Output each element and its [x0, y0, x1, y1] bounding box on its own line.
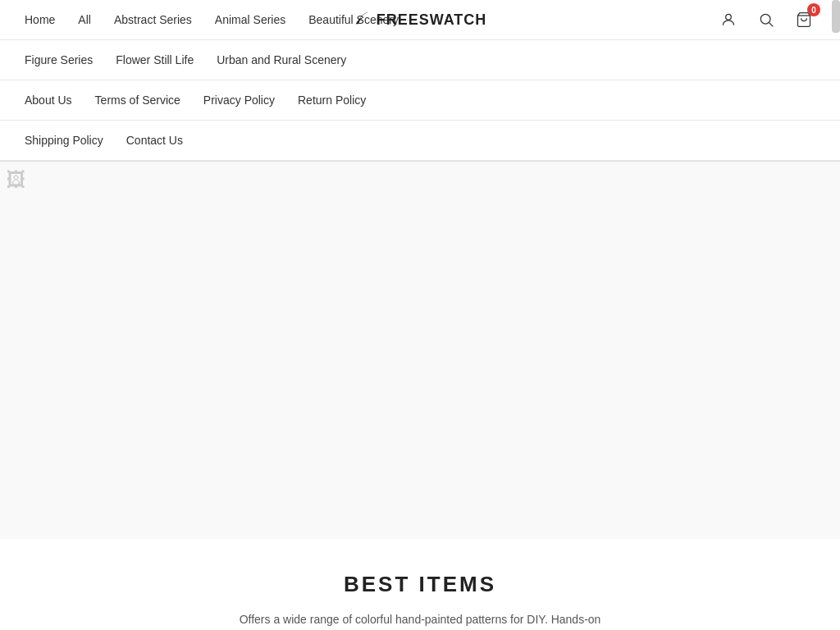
nav-all[interactable]: All — [78, 13, 91, 26]
account-button[interactable] — [717, 8, 740, 31]
nav-about-us[interactable]: About Us — [25, 94, 72, 107]
nav-row-1: Home All Abstract Series Animal Series B… — [0, 0, 840, 39]
nav-contact-us[interactable]: Contact Us — [126, 134, 183, 147]
nav-row-3: About Us Terms of Service Privacy Policy… — [0, 80, 840, 120]
svg-point-0 — [726, 14, 732, 20]
nav-flower-still-life[interactable]: Flower Still Life — [116, 53, 194, 66]
nav-terms-service[interactable]: Terms of Service — [95, 94, 180, 107]
best-items-title: BEST ITEMS — [25, 572, 815, 597]
logo-icon — [354, 9, 372, 31]
nav-abstract-series[interactable]: Abstract Series — [114, 13, 192, 26]
brand-name: FREESWATCH — [377, 11, 487, 29]
nav-return-policy[interactable]: Return Policy — [298, 94, 366, 107]
nav-row-2: Figure Series Flower Still Life Urban an… — [0, 40, 840, 80]
header: Home All Abstract Series Animal Series B… — [0, 0, 840, 162]
header-icons: 0 — [717, 8, 815, 31]
search-button[interactable] — [755, 8, 778, 31]
nav-urban-rural-scenery[interactable]: Urban and Rural Scenery — [217, 53, 346, 66]
nav-privacy-policy[interactable]: Privacy Policy — [203, 94, 275, 107]
broken-image-icon: 🖼 — [7, 168, 26, 191]
nav-animal-series[interactable]: Animal Series — [215, 13, 285, 26]
nav-figure-series[interactable]: Figure Series — [25, 53, 93, 66]
best-items-description: Offers a wide range of colorful hand-pai… — [174, 610, 666, 628]
cart-badge: 0 — [807, 3, 820, 16]
nav-home[interactable]: Home — [25, 13, 55, 26]
search-icon — [758, 11, 774, 28]
nav-row-4: Shipping Policy Contact Us — [0, 121, 840, 160]
logo-container: FREESWATCH — [354, 9, 487, 31]
user-icon — [720, 11, 737, 28]
best-items-section: BEST ITEMS Offers a wide range of colorf… — [0, 539, 840, 630]
divider-4 — [0, 160, 840, 161]
scrollbar-thumb[interactable] — [832, 0, 840, 33]
nav-shipping-policy[interactable]: Shipping Policy — [25, 134, 103, 147]
cart-button[interactable]: 0 — [792, 8, 815, 31]
hero-section: 🖼 — [0, 162, 840, 539]
svg-point-1 — [760, 14, 770, 24]
svg-line-2 — [769, 23, 774, 27]
